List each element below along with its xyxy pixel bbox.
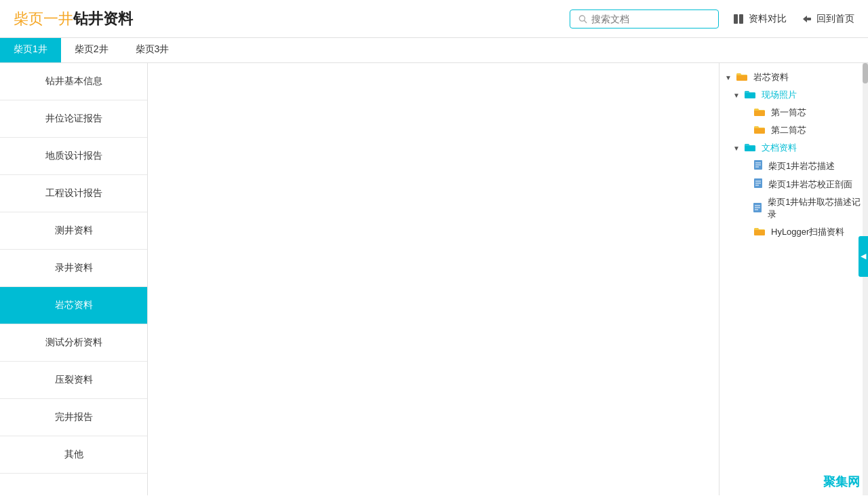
tree-arrow[interactable]: ▼ (725, 74, 733, 81)
tree-node-label: 岩芯资料 (753, 71, 789, 83)
search-icon (578, 14, 587, 24)
right-panel-collapse-tab[interactable]: ◀ (859, 236, 868, 277)
svg-rect-5 (807, 18, 811, 20)
back-button[interactable]: 回到首页 (800, 13, 854, 25)
main: 钻井基本信息井位论证报告地质设计报告工程设计报告测井资料录井资料岩芯资料测试分析… (0, 63, 868, 495)
content-area (148, 63, 719, 495)
tab-item-0[interactable]: 柴页1井 (0, 38, 61, 62)
logo-light: 柴页一井 (14, 10, 73, 27)
sidebar-item-6[interactable]: 岩芯资料 (0, 287, 147, 324)
tree-node-label: 现场照片 (762, 89, 797, 101)
svg-rect-3 (739, 14, 743, 24)
header: 柴页一井钻井资料 资料对比 回到首页 (0, 0, 868, 38)
sidebar-item-4[interactable]: 测井资料 (0, 212, 147, 250)
sidebar: 钻井基本信息井位论证报告地质设计报告工程设计报告测井资料录井资料岩芯资料测试分析… (0, 63, 148, 495)
svg-line-1 (585, 20, 587, 22)
folder-icon (736, 72, 748, 83)
brand-text: 聚集网 (823, 475, 860, 489)
folder-icon (744, 90, 756, 101)
tree-node[interactable]: 第二筒芯 (719, 121, 868, 139)
tree-node[interactable]: ▼ 岩芯资料 (719, 69, 868, 86)
tree-node-label: 第一筒芯 (771, 107, 806, 119)
tree-node[interactable]: ▼ 文档资料 (719, 139, 868, 157)
tree-node-label: HyLogger扫描资料 (771, 226, 844, 238)
tree-arrow[interactable]: ▼ (733, 145, 741, 152)
tree-node-label: 文档资料 (762, 142, 797, 154)
logo: 柴页一井钻井资料 (14, 9, 133, 29)
tree-node[interactable]: HyLogger扫描资料 (719, 223, 868, 241)
back-icon (800, 13, 812, 25)
brand: 聚集网 (815, 468, 868, 495)
sidebar-item-2[interactable]: 地质设计报告 (0, 138, 147, 175)
tab-item-1[interactable]: 柴页2井 (61, 38, 122, 62)
search-box[interactable] (570, 9, 719, 28)
tree-node[interactable]: 第一筒芯 (719, 104, 868, 121)
right-panel: ◀ ▼ 岩芯资料▼ 现场照片 第一筒芯 第二筒芯▼ 文档资料 柴页1井岩芯描述 … (719, 63, 868, 495)
tree-node-label: 柴页1井岩芯校正剖面 (768, 178, 852, 191)
sidebar-item-9[interactable]: 完井报告 (0, 399, 147, 436)
svg-marker-4 (803, 16, 807, 22)
compare-button[interactable]: 资料对比 (732, 13, 787, 25)
tree: ▼ 岩芯资料▼ 现场照片 第一筒芯 第二筒芯▼ 文档资料 柴页1井岩芯描述 柴页… (719, 63, 868, 246)
sidebar-item-0[interactable]: 钻井基本信息 (0, 63, 147, 100)
tree-node[interactable]: ▼ 现场照片 (719, 86, 868, 104)
sidebar-item-8[interactable]: 压裂资料 (0, 362, 147, 399)
back-label: 回到首页 (816, 13, 854, 25)
tree-node[interactable]: 柴页1井岩芯描述 (719, 157, 868, 175)
tab-item-2[interactable]: 柴页3井 (122, 38, 183, 62)
sidebar-item-5[interactable]: 录井资料 (0, 250, 147, 287)
tree-node[interactable]: 柴页1井岩芯校正剖面 (719, 175, 868, 193)
tabs: 柴页1井柴页2井柴页3井 (0, 38, 868, 63)
tree-node-label: 柴页1井岩芯描述 (768, 160, 835, 172)
doc-icon (753, 178, 763, 191)
compare-icon (732, 13, 745, 25)
svg-rect-2 (734, 14, 738, 24)
sidebar-item-1[interactable]: 井位论证报告 (0, 100, 147, 138)
folder-icon (753, 125, 766, 136)
tree-arrow[interactable]: ▼ (733, 92, 741, 99)
tree-node-label: 柴页1井钻井取芯描述记录 (768, 196, 863, 221)
folder-icon (753, 227, 766, 238)
sidebar-item-10[interactable]: 其他 (0, 436, 147, 474)
sidebar-item-3[interactable]: 工程设计报告 (0, 175, 147, 212)
search-input[interactable] (591, 14, 710, 24)
folder-icon (744, 142, 756, 154)
compare-label: 资料对比 (749, 13, 787, 25)
logo-bold: 钻井资料 (73, 10, 133, 27)
sidebar-item-7[interactable]: 测试分析资料 (0, 324, 147, 362)
header-right: 资料对比 回到首页 (570, 9, 854, 28)
folder-icon (753, 107, 766, 119)
tree-node-label: 第二筒芯 (771, 124, 806, 136)
tree-node[interactable]: 柴页1井钻井取芯描述记录 (719, 193, 868, 223)
doc-icon (753, 202, 762, 215)
doc-icon (753, 159, 763, 172)
